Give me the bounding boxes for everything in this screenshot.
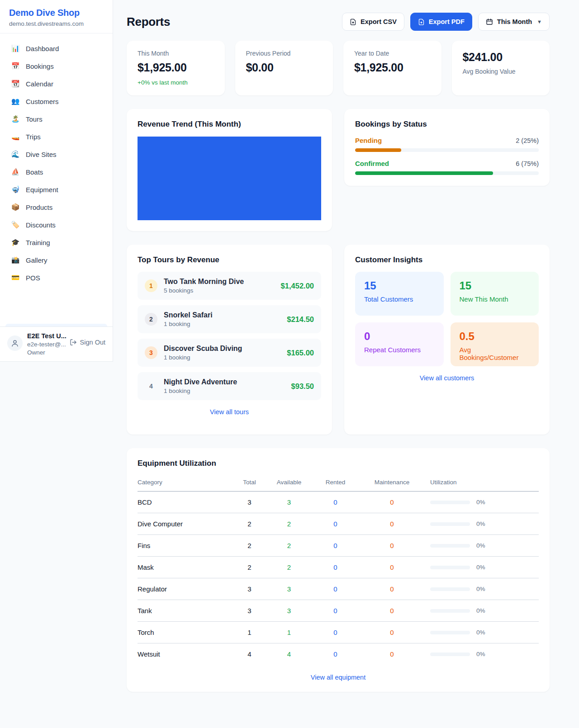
cell-total: 2 [228,513,271,535]
cell-utilization: 0% [420,578,539,600]
export-pdf-button[interactable]: Export PDF [410,13,472,31]
view-all-customers-link[interactable]: View all customers [355,374,539,382]
col-total: Total [228,474,271,492]
sidebar-item-calendar[interactable]: 📆Calendar [5,75,107,92]
table-row: Fins22000% [138,535,539,557]
sidebar-item-customers[interactable]: 👥Customers [5,93,107,110]
cell-available: 2 [271,557,307,578]
tour-bookings: 1 booking [164,388,285,394]
sidebar-item-training[interactable]: 🎓Training [5,234,107,251]
charts-row: Revenue Trend (This Month) Bookings by S… [127,109,550,231]
table-row: BCD33000% [138,492,539,513]
utilization-bar [430,631,470,634]
cell-rented: 0 [307,578,364,600]
cell-available: 3 [271,578,307,600]
utilization-bar [430,587,470,591]
col-utilization: Utilization [420,474,539,492]
bookings-status-title: Bookings by Status [355,120,539,129]
utilization-bar [430,522,470,526]
sidebar-item-tours[interactable]: 🏝️Tours [5,110,107,128]
insight-label: Repeat Customers [364,346,435,354]
utilization-bar [430,501,470,504]
tour-name: Two Tank Morning Dive [164,278,275,286]
sidebar-item-pos[interactable]: 💳POS [5,269,107,286]
insight-box-new-this-month: 15New This Month [451,272,539,316]
utilization-percent: 0% [476,651,485,657]
cell-category: BCD [138,492,228,513]
sidebar-item-label: Trips [26,133,41,141]
cell-maintenance: 0 [364,492,420,513]
tour-bookings: 1 booking [164,321,280,327]
export-csv-label: Export CSV [361,18,397,25]
sidebar-item-trips[interactable]: 🚤Trips [5,128,107,145]
cell-category: Wetsuit [138,643,228,665]
cell-available: 4 [271,643,307,665]
tour-revenue: $93.50 [291,382,314,391]
cell-maintenance: 0 [364,643,420,665]
insight-value: 0.5 [460,330,530,343]
tour-name: Snorkel Safari [164,311,280,319]
sidebar-item-equipment[interactable]: 🤿Equipment [5,181,107,198]
equipment-table-header: Category Total Available Rented Maintena… [138,474,539,492]
sidebar-item-gallery[interactable]: 📸Gallery [5,251,107,269]
sidebar-item-products[interactable]: 📦Products [5,199,107,216]
tour-info: Two Tank Morning Dive5 bookings [164,278,275,294]
sidebar-item-dashboard[interactable]: 📊Dashboard [5,40,107,57]
user-email: e2e-tester@... [27,341,65,348]
cell-total: 2 [228,535,271,557]
equipment-title: Equipment Utilization [138,459,539,468]
view-all-equipment-link[interactable]: View all equipment [138,674,539,681]
utilization-bar [430,544,470,548]
table-row: Mask22000% [138,557,539,578]
sidebar: Demo Dive Shop demo.test.divestreams.com… [0,0,113,362]
sidebar-item-label: POS [26,274,40,282]
cell-category: Fins [138,535,228,557]
sidebar-item-boats[interactable]: ⛵Boats [5,163,107,180]
person-icon [11,339,19,347]
page-title: Reports [127,15,170,29]
insight-value: 15 [364,279,435,292]
file-download-icon [350,19,356,25]
status-progress-fill [355,148,401,152]
cell-utilization: 0% [420,535,539,557]
period-dropdown[interactable]: This Month ▼ [478,13,550,31]
utilization-percent: 0% [476,520,485,527]
file-download-icon [418,19,425,25]
equipment-utilization-card: Equipment Utilization Category Total Ava… [127,448,550,692]
stats-row: This Month$1,925.00+0% vs last monthPrev… [127,41,550,95]
camera-icon: 📸 [11,256,20,264]
sign-out-button[interactable]: Sign Out [70,339,105,346]
rank-badge: 4 [145,380,157,392]
sidebar-item-dive-sites[interactable]: 🌊Dive Sites [5,146,107,163]
top-tours-card: Top Tours by Revenue 1Two Tank Morning D… [127,245,332,435]
utilization-wrap: 0% [430,520,539,527]
cell-rented: 0 [307,535,364,557]
sidebar-item-label: Tours [26,115,43,123]
view-all-tours-link[interactable]: View all tours [138,408,321,416]
tours-list: 1Two Tank Morning Dive5 bookings$1,452.0… [138,272,321,400]
cell-category: Tank [138,600,228,622]
stat-card: Previous Period$0.00 [235,41,333,95]
calendar-date-icon: 📅 [11,62,20,70]
status-progress-fill [355,171,493,175]
status-head: Pending2 (25%) [355,137,539,144]
top-tours-title: Top Tours by Revenue [138,255,321,265]
utilization-wrap: 0% [430,651,539,657]
cell-available: 2 [271,535,307,557]
period-label: This Month [497,18,532,25]
header-actions: Export CSV Export PDF This Month ▼ [342,13,550,31]
tour-list-item: 3Discover Scuba Diving1 booking$165.00 [138,339,321,367]
sidebar-item-discounts[interactable]: 🏷️Discounts [5,216,107,233]
export-csv-button[interactable]: Export CSV [342,13,404,31]
utilization-wrap: 0% [430,542,539,549]
equipment-table: Category Total Available Rented Maintena… [138,474,539,665]
cell-category: Dive Computer [138,513,228,535]
tour-info: Snorkel Safari1 booking [164,311,280,327]
sidebar-item-label: Dive Sites [26,151,57,158]
sidebar-item-bookings[interactable]: 📅Bookings [5,57,107,75]
sidebar-item-label: Discounts [26,221,56,229]
export-pdf-label: Export PDF [429,18,465,25]
status-label: Pending [355,137,382,144]
utilization-bar [430,566,470,569]
status-progress-track [355,171,539,175]
